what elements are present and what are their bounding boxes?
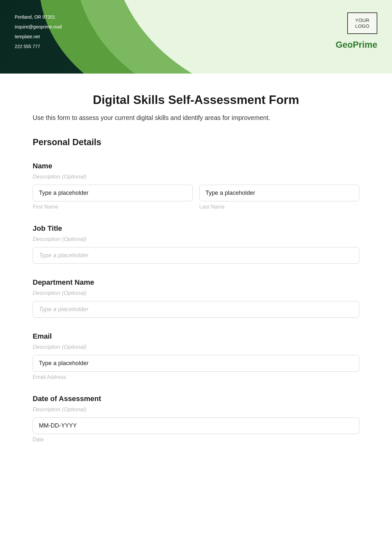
field-label-job-title: Job Title [33,224,359,233]
logo-placeholder: YOUR LOGO [347,12,377,34]
form-subtitle: Use this form to assess your current dig… [33,114,359,122]
logo-text: YOUR [355,17,369,23]
logo-text: LOGO [355,23,369,29]
field-label-date: Date of Assessment [33,395,359,403]
field-label-email: Email [33,332,359,341]
field-label-department: Department Name [33,278,359,287]
field-description: Description (Optional) [33,174,359,180]
department-input[interactable] [33,301,359,318]
email-input[interactable] [33,355,359,372]
field-description: Description (Optional) [33,344,359,350]
date-sublabel: Date [33,437,359,443]
job-title-input[interactable] [33,247,359,264]
field-job-title: Job Title Description (Optional) [33,224,359,264]
field-date: Date of Assessment Description (Optional… [33,395,359,443]
field-description: Description (Optional) [33,290,359,296]
last-name-sublabel: Last Name [199,204,359,210]
logo-section: YOUR LOGO GeoPrime [335,12,377,50]
contact-phone: 222 555 777 [15,42,62,51]
field-description: Description (Optional) [33,236,359,243]
email-sublabel: Email Address [33,374,359,380]
field-email: Email Description (Optional) Email Addre… [33,332,359,380]
contact-info: Portland, OR 97201 inquire@geoprime.mail… [15,12,62,52]
first-name-sublabel: First Name [33,204,193,210]
field-description: Description (Optional) [33,406,359,413]
contact-website: template.net [15,32,62,41]
field-name: Name Description (Optional) First Name L… [33,162,359,210]
header-banner: Portland, OR 97201 inquire@geoprime.mail… [0,0,392,74]
field-department: Department Name Description (Optional) [33,278,359,318]
company-name: GeoPrime [335,40,377,50]
form-container: Digital Skills Self-Assessment Form Use … [0,74,392,470]
first-name-input[interactable] [33,185,193,201]
date-input[interactable] [33,417,359,434]
form-title: Digital Skills Self-Assessment Form [33,93,359,107]
last-name-input[interactable] [199,185,359,201]
contact-address: Portland, OR 97201 [15,12,62,22]
section-heading: Personal Details [33,137,359,147]
field-label-name: Name [33,162,359,170]
contact-email: inquire@geoprime.mail [15,22,62,31]
